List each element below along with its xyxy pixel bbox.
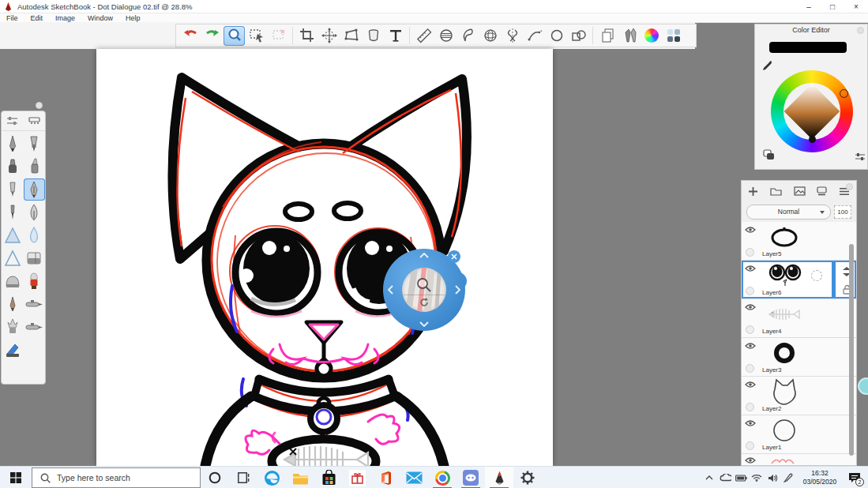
color-wheel-icon[interactable] [641,26,662,46]
layer-row-layer5[interactable]: Layer5 [742,222,856,261]
brush-fountain-pen[interactable] [24,178,46,201]
layer-row-layer2[interactable]: Layer2 [742,377,856,415]
layer-row-layer4[interactable]: Layer4 [742,299,856,338]
brush-colored-pencil[interactable] [2,293,24,315]
distort-icon[interactable] [340,26,362,46]
eyedropper-icon[interactable] [761,59,772,70]
brush-smudge-dome[interactable] [2,270,24,292]
brush-palette-icon[interactable] [28,116,40,126]
canvas[interactable] [96,49,553,466]
arrow-right-icon[interactable] [455,285,460,295]
text-tool-icon[interactable] [385,26,406,46]
wifi-icon[interactable] [750,467,764,488]
notification-center[interactable]: 2 [844,467,865,488]
brush-pencil[interactable] [2,133,24,155]
symmetry-icon[interactable] [502,26,523,46]
steady-stroke-icon[interactable] [524,26,545,46]
color-sliders-icon[interactable] [855,152,866,161]
brush-triangle-outline[interactable] [2,247,24,269]
zoom-puck[interactable] [383,249,465,331]
edge-widget[interactable] [858,377,868,395]
close-button[interactable]: × [844,0,868,13]
predictive-stroke-icon[interactable] [546,26,567,46]
menu-edit[interactable]: Edit [24,14,50,22]
brush-water-drop[interactable] [24,224,46,246]
layer-row-partial[interactable] [742,454,856,466]
add-layer-icon[interactable] [748,186,758,197]
layer-select-radio[interactable] [746,248,754,257]
taskbar-office[interactable] [371,467,400,488]
layer-select-radio[interactable] [746,403,754,411]
clock[interactable]: 16:32 03/05/2020 [797,469,843,486]
import-image-icon[interactable] [794,186,806,196]
layer-folder-icon[interactable] [770,186,782,196]
brush-glow[interactable] [2,316,24,338]
panel-collapse-dot[interactable] [846,183,853,190]
layer-visibility-icon[interactable] [745,226,756,234]
swap-swatch-icon[interactable] [763,149,776,160]
layer-visibility-icon[interactable] [745,265,756,272]
menu-image[interactable]: Image [49,14,81,22]
layer-opacity-field[interactable]: 100 [834,205,851,219]
taskbar-settings[interactable] [513,467,542,488]
layer-select-radio[interactable] [746,364,754,373]
brush-marker[interactable] [2,156,24,178]
taskbar-gift-app[interactable] [343,467,371,488]
zoom-tool-icon[interactable] [224,26,245,46]
taskbar-chrome[interactable] [428,467,457,488]
background-layer-icon[interactable] [817,186,827,196]
fill-icon[interactable] [363,26,384,46]
deselect-icon[interactable] [268,26,289,46]
puck-close-icon[interactable] [448,250,460,263]
taskbar-cortana[interactable] [201,467,229,488]
brush-inking-pen[interactable] [2,201,24,223]
layers-scrollbar[interactable] [849,244,854,456]
perspective-icon[interactable] [479,26,501,46]
layer-visibility-icon[interactable] [745,419,756,427]
taskbar-task-view[interactable] [229,467,257,488]
layer-visibility-icon[interactable] [745,456,756,464]
minimize-button[interactable]: – [797,0,821,13]
search-input[interactable]: Type here to search [32,467,201,488]
menu-window[interactable]: Window [81,14,119,22]
copy-paste-icon[interactable] [596,26,618,46]
taskbar-discord[interactable] [457,467,485,488]
value-marker[interactable] [809,136,816,143]
maximize-button[interactable]: □ [821,0,844,13]
redo-icon[interactable] [201,26,223,46]
french-curve-icon[interactable] [457,26,479,46]
blend-mode-select[interactable]: Normal [746,205,831,220]
brush-library-icon[interactable] [618,26,640,46]
brush-quill-nib[interactable] [24,201,46,223]
taskbar-mail[interactable] [400,467,428,488]
copic-palette-icon[interactable] [663,26,684,46]
brush-airbrush-2[interactable] [24,316,46,338]
brush-airbrush[interactable] [24,293,46,315]
brush-chisel-marker[interactable] [24,156,46,178]
taskbar-file-explorer[interactable] [286,467,314,488]
hue-marker[interactable] [840,89,848,98]
brush-settings-icon[interactable] [6,116,18,126]
brush-triangle[interactable] [2,224,24,246]
ruler-icon[interactable] [413,26,434,46]
layer-select-radio[interactable] [746,441,754,450]
taskbar-microsoft-store[interactable] [314,467,343,488]
pen-icon[interactable] [781,467,795,488]
brush-eraser[interactable] [24,247,46,269]
transform-nudge-icon[interactable] [318,26,340,46]
layer-select-radio[interactable] [746,325,754,334]
start-button[interactable] [0,467,32,488]
arrow-left-icon[interactable] [388,285,393,295]
panel-collapse-dot[interactable] [36,102,43,109]
panel-collapse-dot[interactable] [857,27,864,34]
arrow-up-icon[interactable] [419,253,429,258]
current-color-swatch[interactable] [769,42,847,53]
brush-ballpoint-pen[interactable] [2,178,24,201]
brush-flood-marker[interactable] [2,339,24,361]
volume-icon[interactable] [765,467,780,488]
undo-icon[interactable] [179,26,201,46]
brush-paint-brush[interactable] [24,270,46,292]
crop-icon[interactable] [296,26,318,46]
arrow-down-icon[interactable] [419,321,429,327]
layer-row-layer1[interactable]: Layer1 [742,415,856,454]
